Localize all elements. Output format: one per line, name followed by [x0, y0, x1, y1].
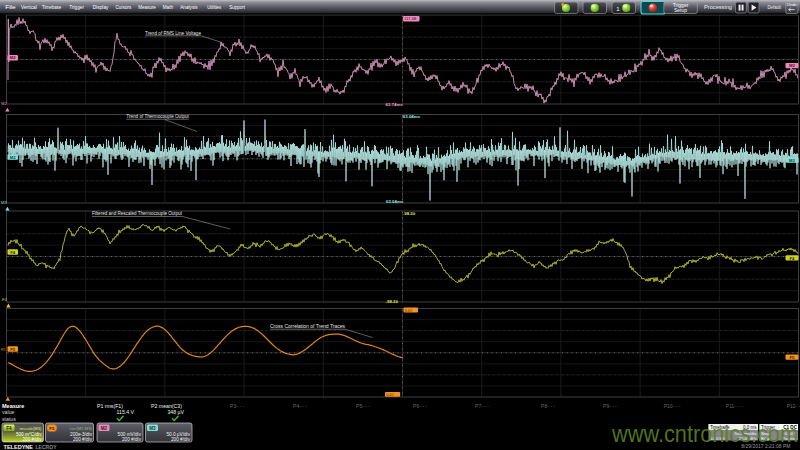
svg-text:500 m°C/div: 500 m°C/div	[16, 432, 42, 437]
svg-text:P1 rms(F1): P1 rms(F1)	[97, 403, 123, 409]
svg-text:Trend of RMS Line Voltage: Trend of RMS Line Voltage	[145, 31, 201, 36]
svg-text:M3: M3	[10, 155, 16, 160]
svg-text:P11- - -: P11- - -	[726, 403, 743, 409]
svg-text:200e-3/div: 200e-3/div	[70, 432, 93, 437]
svg-text:F4: F4	[790, 256, 796, 261]
svg-text:Support: Support	[229, 4, 245, 10]
svg-text:115.4 V: 115.4 V	[117, 409, 135, 415]
svg-text:corr(M2,M3): corr(M2,M3)	[69, 426, 92, 431]
svg-text:P7- - -: P7- - -	[475, 403, 489, 409]
svg-text:Trend of Thermocouple Output: Trend of Thermocouple Output	[126, 114, 189, 119]
svg-text:Math: Math	[163, 4, 174, 10]
svg-text:200 #/div: 200 #/div	[122, 437, 142, 442]
svg-text:M2: M2	[101, 426, 108, 431]
svg-text:rescale(M3): rescale(M3)	[19, 426, 42, 431]
svg-text:Display: Display	[93, 4, 109, 10]
svg-text:P5- - -: P5- - -	[356, 403, 370, 409]
svg-text:M3: M3	[1, 200, 7, 205]
svg-text:Filtered and Rescaled Thermoco: Filtered and Rescaled Thermocouple Outpu…	[92, 211, 183, 216]
svg-text:Processing: Processing	[704, 4, 732, 10]
svg-text:50.0 µV/div: 50.0 µV/div	[166, 432, 190, 437]
svg-text:www.cntronics.com: www.cntronics.com	[611, 420, 798, 447]
svg-text:Measure: Measure	[138, 4, 156, 10]
svg-text:63.04ms: 63.04ms	[403, 114, 421, 119]
svg-text:500 mV/div: 500 mV/div	[118, 432, 142, 437]
svg-text:Cursors: Cursors	[116, 4, 132, 10]
svg-text:Measure: Measure	[2, 403, 24, 409]
svg-text:F5: F5	[1, 348, 5, 352]
svg-text:F5: F5	[790, 355, 796, 360]
svg-text:348 µV: 348 µV	[167, 409, 184, 415]
svg-text:P9- - -: P9- - -	[603, 403, 617, 409]
svg-text:Vertical: Vertical	[21, 4, 37, 10]
svg-text:-98.2#: -98.2#	[386, 299, 399, 304]
svg-text:File: File	[5, 4, 16, 10]
svg-text:0.0#: 0.0#	[405, 308, 413, 313]
svg-text:M2: M2	[1, 101, 7, 106]
svg-text:P12- - -: P12- - -	[787, 403, 800, 409]
svg-text:63.04ms: 63.04ms	[386, 199, 404, 204]
svg-text:Default: Default	[768, 5, 782, 10]
svg-text:value: value	[2, 409, 15, 415]
svg-text:M3: M3	[149, 426, 156, 431]
svg-text:Cross Correlation of Trend Tra: Cross Correlation of Trend Traces	[270, 324, 346, 329]
svg-text:F5: F5	[49, 426, 55, 431]
svg-text:F5: F5	[10, 347, 16, 352]
svg-text:M2: M2	[789, 63, 795, 68]
svg-text:117.4B: 117.4B	[404, 16, 416, 21]
svg-text:F4: F4	[6, 426, 12, 431]
svg-text:200 #/div: 200 #/div	[171, 437, 191, 442]
svg-text:Setup: Setup	[674, 7, 687, 13]
svg-text:0.0#: 0.0#	[386, 392, 394, 397]
svg-text:200 #/div: 200 #/div	[73, 437, 93, 442]
svg-text:P10- - -: P10- - -	[664, 403, 681, 409]
svg-text:M3: M3	[789, 158, 795, 163]
svg-text:P6- - -: P6- - -	[413, 403, 427, 409]
svg-text:TELEDYNE: TELEDYNE	[4, 444, 34, 450]
svg-text:P8- - -: P8- - -	[541, 403, 555, 409]
svg-text:Trigger: Trigger	[69, 4, 84, 10]
svg-text:Utilities: Utilities	[207, 4, 221, 10]
svg-text:P2 mean(C3): P2 mean(C3)	[151, 403, 182, 409]
svg-text:P4- - -: P4- - -	[293, 403, 307, 409]
svg-text:M2: M2	[10, 55, 16, 60]
svg-text:F4: F4	[2, 297, 8, 302]
svg-text:-98.2#: -98.2#	[403, 211, 416, 216]
svg-text:Undo: Undo	[787, 2, 797, 7]
svg-text:status: status	[2, 416, 16, 422]
svg-text:63.74ms: 63.74ms	[386, 102, 404, 107]
svg-text:LECROY: LECROY	[36, 444, 57, 450]
svg-text:F4: F4	[10, 250, 16, 255]
svg-text:200 #/div: 200 #/div	[22, 437, 42, 442]
svg-text:Timebase: Timebase	[42, 4, 61, 10]
svg-text:P3- - -: P3- - -	[230, 403, 244, 409]
svg-text:Analysis: Analysis	[180, 4, 198, 10]
